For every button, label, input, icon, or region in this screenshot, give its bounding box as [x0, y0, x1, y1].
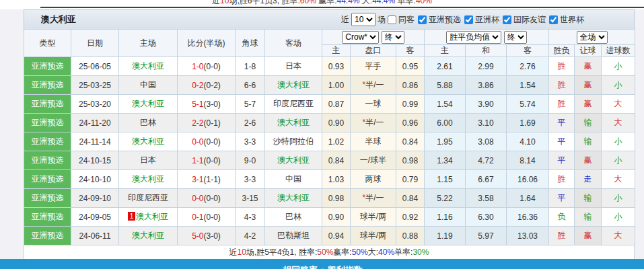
avg-odds-home: 1.15 — [425, 170, 466, 189]
top-stats-strip: 近10场,胜6平1负3, 胜率:60% 赢率:44.4% 大:44.4% 单率:… — [0, 0, 644, 9]
handicap-odds-home: 1.03 — [322, 170, 351, 189]
away-team[interactable]: 日本 — [265, 57, 322, 76]
result-badge: 胜 — [549, 170, 575, 189]
avg-odds-away: 4.10 — [507, 132, 549, 151]
avg-odds-draw: 2.99 — [466, 57, 507, 76]
home-team[interactable]: 印度尼西亚 — [119, 189, 178, 208]
col-header-odds-away: 客 — [396, 45, 425, 57]
corner-count: 1-8 — [236, 57, 265, 76]
filter-controls: 近 10 场 同客 亚洲预选 亚洲杯 国际友谊 世界杯 — [341, 13, 585, 26]
avg-odds-draw: 3.86 — [466, 76, 507, 95]
filter-world-cup-label: 世界杯 — [560, 14, 584, 26]
final-odds-select-2[interactable]: 终 — [504, 31, 527, 44]
away-team[interactable]: 巴勒斯坦 — [265, 227, 322, 245]
avg-odds-away: 8.14 — [507, 151, 549, 170]
result-badge: 胜 — [549, 227, 575, 245]
home-team[interactable]: 澳大利亚 — [119, 170, 178, 189]
match-date: 24-11-20 — [71, 114, 119, 132]
handicap-line: *半/一 — [351, 189, 396, 208]
scope-select[interactable]: 全场 — [577, 31, 608, 44]
matches-label: 场 — [378, 14, 386, 26]
bookmaker-select[interactable]: Crow* — [342, 31, 379, 44]
table-row: 亚洲预选 24-11-20 巴林 2-2(0-1) 2-6 澳大利亚 0.90 … — [24, 114, 635, 132]
away-team[interactable]: 澳大利亚 — [265, 76, 322, 95]
average-dropdown-group: 胜平负均值 终 — [425, 30, 549, 45]
avg-odds-away: 1.54 — [507, 76, 549, 95]
competition-badge: 亚洲预选 — [24, 95, 71, 114]
handicap-line: 半球 — [351, 132, 396, 151]
score-cell: 2-2(0-1) — [178, 114, 236, 132]
home-team[interactable]: 1澳大利亚 — [119, 208, 178, 227]
footer-label[interactable]: 相同赔率 ● 凯利指数 — [283, 264, 363, 269]
handicap-result-badge: 输 — [575, 208, 602, 227]
handicap-line: *半/一 — [351, 114, 396, 132]
corner-count: 3-15 — [236, 189, 265, 208]
match-date: 24-06-11 — [71, 227, 119, 245]
handicap-dropdown-group: Crow* 终 — [322, 30, 425, 45]
competition-badge: 亚洲预选 — [24, 227, 71, 245]
corner-count: 2-6 — [236, 114, 265, 132]
handicap-odds-home: 1.02 — [322, 132, 351, 151]
away-team[interactable]: 澳大利亚 — [265, 151, 322, 170]
corner-count: 4-2 — [236, 227, 265, 245]
col-header-away: 客场 — [265, 30, 322, 57]
home-team[interactable]: 日本 — [119, 151, 178, 170]
home-team[interactable]: 澳大利亚 — [119, 227, 178, 245]
goals-result-badge: 小 — [602, 208, 635, 227]
result-badge: 平 — [549, 132, 575, 151]
handicap-odds-home: 0.90 — [322, 114, 351, 132]
home-team[interactable]: 澳大利亚 — [119, 132, 178, 151]
away-team[interactable]: 中国 — [265, 170, 322, 189]
away-team[interactable]: 澳大利亚 — [265, 114, 322, 132]
filter-friendly-checkbox[interactable] — [503, 15, 511, 24]
col-header-score: 比分(半场) — [178, 30, 236, 57]
filter-asian-cup-checkbox[interactable] — [464, 15, 473, 24]
recent-count-select[interactable]: 10 — [351, 13, 375, 26]
competition-badge: 亚洲预选 — [24, 151, 71, 170]
away-team[interactable]: 巴林 — [265, 208, 322, 227]
col-header-odds-home: 主 — [322, 45, 351, 57]
filter-asian-cup-label: 亚洲杯 — [475, 14, 499, 26]
top-stats-text: 近10场,胜6平1负3, 胜率:60% 赢率:44.4% 大:44.4% 单率:… — [0, 0, 644, 7]
table-row: 亚洲预选 24-10-15 日本 1-1(0-0) 9-0 澳大利亚 0.84 … — [24, 151, 635, 170]
avg-odds-draw: 3.10 — [466, 114, 507, 132]
avg-odds-draw: 5.97 — [466, 227, 507, 245]
handicap-line: 球半/两 — [351, 227, 396, 245]
score-cell: 0-2(0-2) — [178, 76, 236, 95]
table-row: 亚洲预选 24-11-14 澳大利亚 0-0(0-0) 3-3 沙特阿拉伯 1.… — [24, 132, 635, 151]
goals-result-badge: 大 — [602, 95, 635, 114]
filter-world-cup-checkbox[interactable] — [549, 15, 558, 24]
table-row: 亚洲预选 24-09-10 印度尼西亚 0-0(0-0) 3-15 澳大利亚 0… — [24, 189, 635, 208]
table-row: 亚洲预选 24-09-05 1澳大利亚 0-1(0-0) 4-3 巴林 0.90… — [24, 208, 635, 227]
goals-result-badge: 小 — [602, 151, 635, 170]
home-team[interactable]: 澳大利亚 — [119, 95, 178, 114]
home-team[interactable]: 澳大利亚 — [119, 57, 178, 76]
avg-odds-draw: 3.90 — [466, 95, 507, 114]
col-header-corner: 角球 — [236, 30, 265, 57]
away-team[interactable]: 沙特阿拉伯 — [265, 132, 322, 151]
filter-asian-qualifiers-checkbox[interactable] — [418, 15, 427, 24]
match-date: 24-11-14 — [71, 132, 119, 151]
final-odds-select-1[interactable]: 终 — [382, 31, 404, 44]
goals-result-badge: 大 — [602, 227, 635, 245]
home-team[interactable]: 巴林 — [119, 114, 178, 132]
home-team[interactable]: 中国 — [119, 76, 178, 95]
away-team[interactable]: 印度尼西亚 — [265, 95, 322, 114]
avg-odds-away: 16.06 — [507, 170, 549, 189]
handicap-odds-home: 0.93 — [322, 57, 351, 76]
same-away-checkbox[interactable] — [388, 15, 396, 24]
handicap-odds-home: 0.90 — [322, 208, 351, 227]
handicap-odds-away: 0.99 — [396, 95, 425, 114]
avg-odds-draw: 6.30 — [466, 208, 507, 227]
handicap-result-badge: 赢 — [575, 151, 602, 170]
average-type-select[interactable]: 胜平负均值 — [446, 31, 501, 44]
handicap-odds-away: 0.88 — [396, 227, 425, 245]
avg-odds-draw: 4.72 — [466, 151, 507, 170]
goals-result-badge: 大 — [602, 114, 635, 132]
handicap-odds-away: 0.79 — [396, 170, 425, 189]
col-header-avg-home: 主 — [425, 45, 466, 57]
score-cell: 3-1(1-1) — [178, 170, 236, 189]
away-team[interactable]: 澳大利亚 — [265, 189, 322, 208]
avg-odds-home: 6.00 — [425, 114, 466, 132]
handicap-line: 球半/两 — [351, 208, 396, 227]
